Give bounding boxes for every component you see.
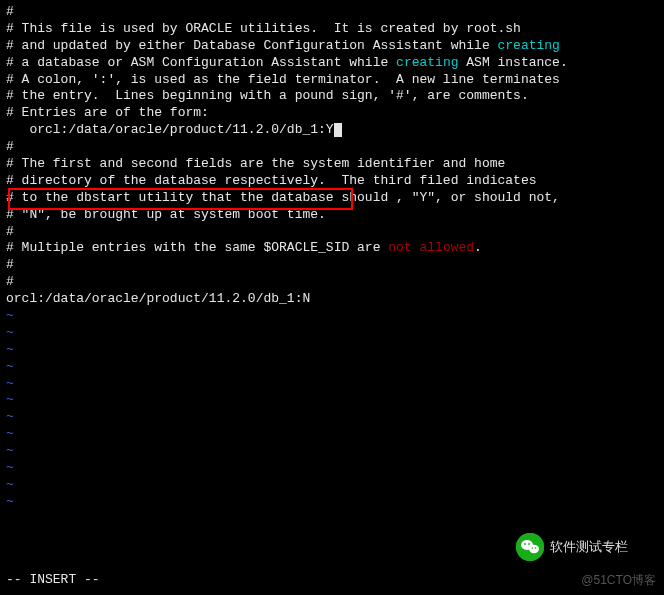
text-segment: allowed [419, 240, 474, 255]
editor-line[interactable]: # a database or ASM Configuration Assist… [6, 55, 658, 72]
text-segment: # Entries are of the form: [6, 105, 209, 120]
vim-empty-line: ~ [6, 460, 658, 477]
text-segment: # A colon, ':', is used as the field ter… [6, 72, 560, 87]
vim-empty-line: ~ [6, 443, 658, 460]
editor-line[interactable]: # A colon, ':', is used as the field ter… [6, 72, 658, 89]
editor-line[interactable]: # Multiple entries with the same $ORACLE… [6, 240, 658, 257]
editor-line[interactable]: # [6, 139, 658, 156]
text-segment: # The first and second fields are the sy… [6, 156, 505, 171]
vim-empty-line: ~ [6, 426, 658, 443]
editor-line[interactable]: # The first and second fields are the sy… [6, 156, 658, 173]
text-segment: # [6, 4, 14, 19]
vim-empty-line: ~ [6, 376, 658, 393]
text-segment: orcl:/data/oracle/product/11.2.0/db_1:N [6, 291, 310, 306]
vim-empty-line: ~ [6, 409, 658, 426]
editor-line[interactable]: # [6, 224, 658, 241]
text-segment: # directory of the database respectively… [6, 173, 537, 188]
editor-line[interactable]: # [6, 4, 658, 21]
editor-line[interactable]: orcl:/data/oracle/product/11.2.0/db_1:N [6, 291, 658, 308]
svg-point-7 [532, 547, 534, 549]
text-segment: # and updated by either Database Configu… [6, 38, 497, 53]
text-segment: creating [497, 38, 559, 53]
text-segment: # "N", be brought up at system boot time… [6, 207, 326, 222]
wechat-badge: 软件测试专栏 [516, 533, 628, 561]
text-segment: # [6, 274, 14, 289]
editor-line[interactable]: # [6, 274, 658, 291]
vim-empty-line: ~ [6, 477, 658, 494]
editor-line[interactable]: # Entries are of the form: [6, 105, 658, 122]
vim-empty-line: ~ [6, 325, 658, 342]
text-segment: # [6, 257, 14, 272]
vim-empty-line: ~ [6, 308, 658, 325]
svg-point-4 [529, 545, 539, 553]
vim-mode-status: -- INSERT -- [6, 572, 100, 589]
text-segment: orcl:/data/oracle/product/11.2.0/db_1:Y [6, 122, 334, 137]
text-segment: not [388, 240, 411, 255]
editor-line[interactable]: # the entry. Lines beginning with a poun… [6, 88, 658, 105]
vim-empty-line: ~ [6, 342, 658, 359]
text-segment: # a database or ASM Configuration Assist… [6, 55, 396, 70]
svg-point-5 [524, 543, 526, 545]
text-segment: # [6, 139, 14, 154]
editor-line[interactable]: # "N", be brought up at system boot time… [6, 207, 658, 224]
terminal-editor[interactable]: ## This file is used by ORACLE utilities… [6, 4, 658, 511]
editor-line[interactable]: # [6, 257, 658, 274]
svg-point-6 [528, 543, 530, 545]
editor-line[interactable]: # directory of the database respectively… [6, 173, 658, 190]
text-cursor [334, 123, 342, 137]
editor-line[interactable]: # and updated by either Database Configu… [6, 38, 658, 55]
editor-line[interactable]: # This file is used by ORACLE utilities.… [6, 21, 658, 38]
text-segment: . [474, 240, 482, 255]
editor-line[interactable]: orcl:/data/oracle/product/11.2.0/db_1:Y [6, 122, 658, 139]
text-segment: # [6, 224, 14, 239]
vim-empty-line: ~ [6, 392, 658, 409]
text-segment: ASM instance. [459, 55, 568, 70]
text-segment: creating [396, 55, 458, 70]
text-segment: # Multiple entries with the same $ORACLE… [6, 240, 388, 255]
vim-empty-line: ~ [6, 494, 658, 511]
text-segment: # to the dbstart utility that the databa… [6, 190, 560, 205]
text-segment: # the entry. Lines beginning with a poun… [6, 88, 529, 103]
watermark-text: @51CTO博客 [581, 573, 656, 589]
vim-empty-line: ~ [6, 359, 658, 376]
text-segment: # This file is used by ORACLE utilities.… [6, 21, 521, 36]
editor-line[interactable]: # to the dbstart utility that the databa… [6, 190, 658, 207]
svg-point-8 [535, 547, 537, 549]
wechat-icon [516, 533, 544, 561]
badge-text: 软件测试专栏 [550, 539, 628, 556]
